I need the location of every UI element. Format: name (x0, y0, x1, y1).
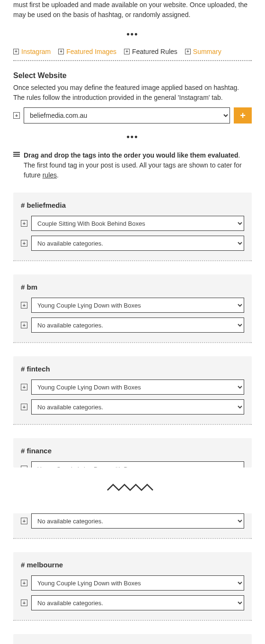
select-row: + Couple Sitting With Book Behind Boxes (21, 216, 244, 231)
tab-label: Featured Images (66, 48, 116, 55)
tag-card-finance[interactable]: # finance + Young Couple Lying Down with… (13, 438, 252, 468)
tab-bar: + Instagram + Featured Images + Featured… (13, 48, 252, 60)
divider (13, 538, 252, 539)
tag-title: # finance (21, 447, 244, 455)
select-website-title: Select Website (13, 71, 252, 80)
intro-text: must first be uploaded and made availabl… (13, 0, 252, 20)
category-select[interactable]: No available categories. (31, 318, 244, 333)
select-row: + Young Couple Lying Down with Boxes (21, 379, 244, 395)
ellipsis-icon: ••• (13, 29, 252, 39)
image-select[interactable]: Young Couple Lying Down with Boxes (31, 379, 244, 395)
divider (13, 342, 252, 343)
ellipsis-icon: ••• (13, 132, 252, 142)
add-website-button[interactable]: + (234, 107, 252, 124)
image-select[interactable]: Young Couple Lying Down with Boxes (31, 298, 244, 313)
tag-title: # melbourne (21, 561, 244, 569)
tag-card-sydney[interactable]: # sydney + Young Couple Lying Down with … (13, 634, 252, 644)
select-row: + No available categories. (21, 399, 244, 415)
divider (13, 620, 252, 621)
plus-icon: + (21, 240, 27, 247)
tag-title: # bm (21, 283, 244, 291)
select-row: + No available categories. (21, 236, 244, 251)
category-select[interactable]: No available categories. (31, 513, 244, 529)
tag-title: # beliefmedia (21, 201, 244, 209)
image-select[interactable]: Couple Sitting With Book Behind Boxes (31, 216, 244, 231)
select-website-desc: Once selected you may define the feature… (13, 83, 252, 103)
plus-icon: + (13, 112, 20, 119)
content-break-icon (13, 482, 252, 494)
instruction-text: Drag and drop the tags into the order yo… (24, 150, 252, 180)
plus-icon: + (185, 49, 191, 54)
image-select[interactable]: Young Couple Lying Down with Boxes (31, 461, 244, 468)
website-select[interactable]: beliefmedia.com.au (24, 107, 230, 124)
tab-instagram[interactable]: + Instagram (13, 48, 51, 55)
plus-icon: + (13, 49, 19, 54)
category-select[interactable]: No available categories. (31, 595, 244, 610)
divider (13, 260, 252, 261)
tab-featured-rules[interactable]: + Featured Rules (124, 48, 177, 55)
category-select[interactable]: No available categories. (31, 399, 244, 415)
select-row: + Young Couple Lying Down with Boxes (21, 575, 244, 591)
tag-card-resume[interactable]: + No available categories. (13, 513, 252, 538)
tab-label: Featured Rules (132, 48, 177, 55)
select-row: + No available categories. (21, 318, 244, 333)
plus-icon: + (21, 322, 27, 328)
website-select-row: + beliefmedia.com.au + (13, 107, 252, 124)
tag-card-beliefmedia[interactable]: # beliefmedia + Couple Sitting With Book… (13, 193, 252, 260)
tab-label: Summary (193, 48, 221, 55)
plus-icon: + (21, 302, 27, 309)
tag-title: # fintech (21, 365, 244, 373)
category-select[interactable]: No available categories. (31, 236, 244, 251)
plus-icon: + (21, 220, 27, 227)
tab-summary[interactable]: + Summary (185, 48, 221, 55)
divider (13, 424, 252, 425)
select-row: + Young Couple Lying Down with Boxes (21, 298, 244, 313)
drag-handle-icon (13, 152, 20, 157)
divider (13, 60, 252, 61)
plus-icon: + (21, 518, 27, 524)
tab-label: Instagram (21, 48, 51, 55)
plus-icon: + (21, 404, 27, 410)
tag-card-bm[interactable]: # bm + Young Couple Lying Down with Boxe… (13, 274, 252, 342)
tag-card-fintech[interactable]: # fintech + Young Couple Lying Down with… (13, 356, 252, 424)
tag-card-melbourne[interactable]: # melbourne + Young Couple Lying Down wi… (13, 552, 252, 620)
plus-icon: + (21, 384, 27, 390)
select-row: + No available categories. (21, 513, 244, 529)
plus-icon: + (21, 466, 27, 468)
tab-featured-images[interactable]: + Featured Images (58, 48, 116, 55)
select-row: + No available categories. (21, 595, 244, 610)
plus-icon: + (124, 49, 130, 54)
plus-icon: + (21, 600, 27, 606)
plus-icon: + (58, 49, 64, 54)
select-row: + Young Couple Lying Down with Boxes (21, 461, 244, 468)
image-select[interactable]: Young Couple Lying Down with Boxes (31, 575, 244, 591)
plus-icon: + (21, 580, 27, 586)
instruction-row: Drag and drop the tags into the order yo… (13, 150, 252, 180)
